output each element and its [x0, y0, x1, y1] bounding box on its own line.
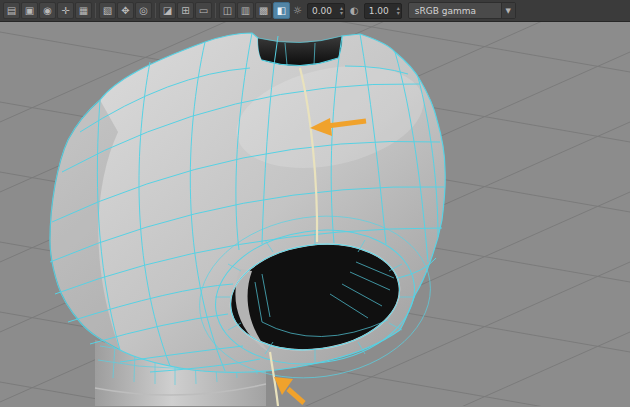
gamma-value[interactable]: 1.00: [369, 6, 395, 16]
viewport-3d[interactable]: [0, 22, 630, 406]
toolbar-separator: [155, 3, 156, 18]
spinner-down-icon[interactable]: ▾: [340, 11, 343, 16]
exposure-spinner[interactable]: ▴ ▾: [340, 6, 343, 16]
color-management-glyph: ◧: [277, 3, 286, 18]
oversampling-glyph: ◎: [139, 3, 148, 18]
lock-camera-icon[interactable]: ◉: [39, 2, 56, 19]
view-transform-value: sRGB gamma: [409, 6, 501, 16]
select-camera-glyph: ▣: [25, 3, 34, 18]
grid-toggle-icon[interactable]: ⊞: [177, 2, 194, 19]
exposure-field[interactable]: 0.00 ▴ ▾: [307, 3, 345, 19]
panel-toolbar: ▤ ▣ ◉ ✛ ▦ ▧ ✥ ◎ ◪ ⊞ ▭ ◫ ▥ ▩ ◧ ☼ 0.00 ▴ ▾…: [0, 0, 630, 22]
image-plane-icon[interactable]: ▧: [99, 2, 116, 19]
oversampling-icon[interactable]: ◎: [135, 2, 152, 19]
bookmark-icon[interactable]: ▦: [75, 2, 92, 19]
viewport-canvas[interactable]: [0, 22, 630, 406]
resolution-gate-glyph: ◫: [223, 3, 232, 18]
gamma-icon: ◐: [350, 5, 359, 16]
spinner-down-icon[interactable]: ▾: [397, 11, 400, 16]
maya-viewport-window: ▤ ▣ ◉ ✛ ▦ ▧ ✥ ◎ ◪ ⊞ ▭ ◫ ▥ ▩ ◧ ☼ 0.00 ▴ ▾…: [0, 0, 630, 407]
camera-attributes-glyph: ✛: [61, 3, 69, 18]
exposure-icon: ☼: [293, 5, 302, 16]
film-gate-glyph: ▭: [199, 3, 208, 18]
chevron-down-icon[interactable]: ▼: [501, 3, 515, 18]
field-chart-glyph: ▩: [259, 3, 268, 18]
gate-mask-icon[interactable]: ▥: [237, 2, 254, 19]
toolbar-separator: [215, 3, 216, 18]
image-plane-glyph: ▧: [103, 3, 112, 18]
gamma-field[interactable]: 1.00 ▴ ▾: [364, 3, 402, 19]
resolution-gate-icon[interactable]: ◫: [219, 2, 236, 19]
camera-attributes-icon[interactable]: ✛: [57, 2, 74, 19]
field-chart-icon[interactable]: ▩: [255, 2, 272, 19]
exposure-value[interactable]: 0.00: [312, 6, 338, 16]
color-management-icon[interactable]: ◧: [273, 2, 290, 19]
view-transform-dropdown[interactable]: sRGB gamma ▼: [408, 2, 516, 19]
pan-zoom-glyph: ✥: [121, 3, 129, 18]
isolate-select-glyph: ◪: [163, 3, 172, 18]
bookmark-glyph: ▦: [79, 3, 88, 18]
film-gate-icon[interactable]: ▭: [195, 2, 212, 19]
select-camera-icon[interactable]: ▣: [21, 2, 38, 19]
lock-camera-glyph: ◉: [43, 3, 52, 18]
panel-menu-icon[interactable]: ▤: [3, 2, 20, 19]
gamma-spinner[interactable]: ▴ ▾: [397, 6, 400, 16]
panel-menu-glyph: ▤: [7, 3, 16, 18]
isolate-select-icon[interactable]: ◪: [159, 2, 176, 19]
toolbar-separator: [95, 3, 96, 18]
pan-zoom-icon[interactable]: ✥: [117, 2, 134, 19]
grid-toggle-glyph: ⊞: [181, 3, 189, 18]
gate-mask-glyph: ▥: [241, 3, 250, 18]
